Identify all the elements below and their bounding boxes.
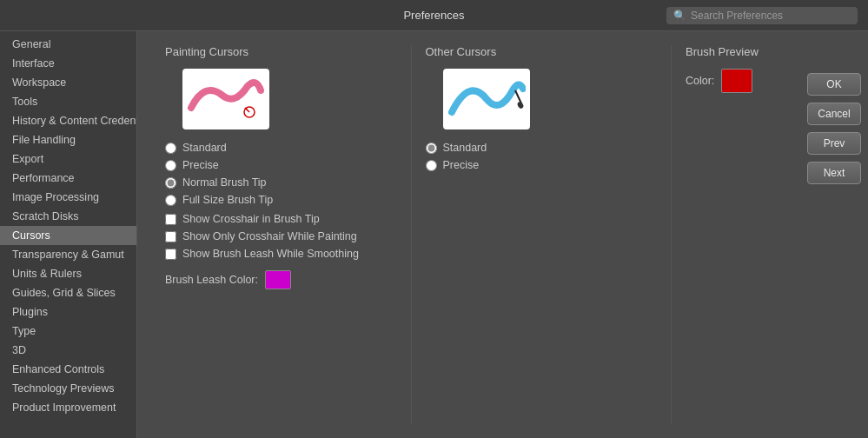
checkbox-item-brush-leash[interactable]: Show Brush Leash While Smoothing [165, 248, 397, 260]
painting-cursors-checkbox-group: Show Crosshair in Brush TipShow Only Cro… [165, 213, 397, 260]
search-icon: 🔍 [673, 10, 686, 22]
radio-label-pc-standard: Standard [182, 142, 227, 154]
radio-oc-precise[interactable] [426, 160, 437, 171]
radio-item-pc-precise[interactable]: Precise [165, 159, 397, 171]
painting-cursors-title: Painting Cursors [165, 45, 397, 58]
sidebar-item-export[interactable]: Export [0, 149, 136, 169]
sidebar-item-interface[interactable]: Interface [0, 54, 136, 73]
sidebar-item-file-handling[interactable]: File Handling [0, 130, 136, 149]
radio-label-pc-precise: Precise [182, 159, 219, 171]
prev-button[interactable]: Prev [807, 132, 861, 155]
radio-label-oc-precise: Precise [443, 159, 480, 171]
radio-pc-normal-brush-tip[interactable] [165, 177, 176, 189]
ok-button[interactable]: OK [807, 73, 861, 96]
paint-stroke-svg [187, 73, 265, 125]
panels: Painting Cursors StandardPreciseNormal B… [137, 31, 798, 438]
content-area: Painting Cursors StandardPreciseNormal B… [137, 31, 868, 438]
cancel-button[interactable]: Cancel [807, 103, 861, 125]
radio-item-oc-standard[interactable]: Standard [426, 142, 658, 154]
other-cursors-title: Other Cursors [426, 45, 658, 58]
radio-pc-standard[interactable] [165, 143, 176, 154]
sidebar-item-product-improvement[interactable]: Product Improvement [0, 398, 136, 417]
sidebar-item-performance[interactable]: Performance [0, 169, 136, 188]
sidebar-item-tools[interactable]: Tools [0, 92, 136, 111]
painting-cursors-panel: Painting Cursors StandardPreciseNormal B… [151, 45, 412, 424]
brush-leash-color-row: Brush Leash Color: [165, 270, 397, 289]
search-container[interactable]: 🔍 [666, 7, 858, 24]
brush-color-row: Color: [686, 69, 771, 93]
radio-item-pc-standard[interactable]: Standard [165, 142, 397, 154]
sidebar-item-units-rulers[interactable]: Units & Rulers [0, 264, 136, 283]
sidebar-item-history[interactable]: History & Content Credentials [0, 111, 136, 130]
brush-color-label: Color: [686, 75, 714, 87]
svg-line-2 [515, 90, 521, 103]
sidebar-item-scratch-disks[interactable]: Scratch Disks [0, 207, 136, 226]
checkbox-label-show-crosshair: Show Crosshair in Brush Tip [182, 213, 320, 225]
sidebar-item-general[interactable]: General [0, 35, 136, 54]
checkbox-item-show-crosshair[interactable]: Show Crosshair in Brush Tip [165, 213, 397, 225]
checkbox-item-only-crosshair[interactable]: Show Only Crosshair While Painting [165, 230, 397, 242]
action-buttons: OK Cancel Prev Next [798, 31, 868, 438]
radio-label-pc-full-size-brush-tip: Full Size Brush Tip [182, 194, 273, 206]
radio-item-pc-full-size-brush-tip[interactable]: Full Size Brush Tip [165, 194, 397, 206]
title-bar: Preferences 🔍 [0, 0, 868, 31]
checkbox-label-only-crosshair: Show Only Crosshair While Painting [182, 230, 357, 242]
sidebar-item-enhanced-controls[interactable]: Enhanced Controls [0, 360, 136, 379]
sidebar-item-technology-previews[interactable]: Technology Previews [0, 379, 136, 398]
sidebar-item-plugins[interactable]: Plugins [0, 302, 136, 322]
radio-pc-precise[interactable] [165, 160, 176, 171]
checkbox-show-crosshair[interactable] [165, 214, 176, 225]
sidebar-item-workspace[interactable]: Workspace [0, 73, 136, 92]
other-cursor-preview [443, 69, 530, 129]
brush-leash-color-label: Brush Leash Color: [165, 274, 258, 286]
radio-pc-full-size-brush-tip[interactable] [165, 195, 176, 206]
sidebar-item-guides-grid-slices[interactable]: Guides, Grid & Slices [0, 283, 136, 302]
sidebar-item-transparency-gamut[interactable]: Transparency & Gamut [0, 245, 136, 264]
sidebar: GeneralInterfaceWorkspaceToolsHistory & … [0, 31, 137, 438]
brush-leash-color-swatch[interactable] [265, 270, 291, 289]
checkbox-label-brush-leash: Show Brush Leash While Smoothing [182, 248, 359, 260]
painting-cursors-radio-group: StandardPreciseNormal Brush TipFull Size… [165, 142, 397, 206]
main-content: GeneralInterfaceWorkspaceToolsHistory & … [0, 31, 868, 438]
svg-point-3 [516, 101, 524, 110]
next-button[interactable]: Next [807, 162, 861, 184]
search-input[interactable] [691, 10, 851, 22]
radio-oc-standard[interactable] [426, 143, 437, 154]
other-cursors-radio-group: StandardPrecise [426, 142, 658, 171]
brush-preview-panel: Brush Preview Color: [672, 45, 785, 424]
sidebar-item-3d[interactable]: 3D [0, 341, 136, 360]
dialog-title: Preferences [202, 9, 666, 22]
radio-label-oc-standard: Standard [443, 142, 487, 154]
other-cursor-svg [447, 73, 526, 125]
sidebar-item-image-processing[interactable]: Image Processing [0, 188, 136, 207]
sidebar-item-type[interactable]: Type [0, 322, 136, 341]
radio-item-pc-normal-brush-tip[interactable]: Normal Brush Tip [165, 176, 397, 189]
brush-preview-title: Brush Preview [686, 45, 771, 58]
radio-item-oc-precise[interactable]: Precise [426, 159, 658, 171]
other-cursors-panel: Other Cursors StandardPrecise [412, 45, 673, 424]
painting-cursor-preview [182, 69, 269, 129]
radio-label-pc-normal-brush-tip: Normal Brush Tip [182, 176, 267, 189]
checkbox-brush-leash[interactable] [165, 249, 176, 260]
checkbox-only-crosshair[interactable] [165, 231, 176, 242]
sidebar-item-cursors[interactable]: Cursors [0, 226, 136, 245]
brush-preview-color-swatch[interactable] [721, 69, 752, 93]
